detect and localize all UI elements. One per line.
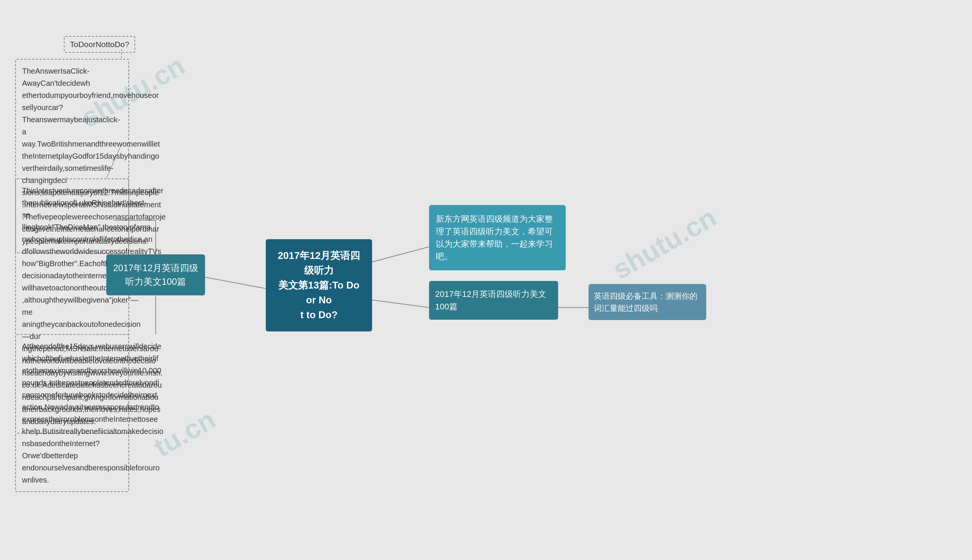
watermark-2: shutu.cn [607, 201, 722, 285]
center-node-line3: t to Do? [300, 309, 338, 320]
svg-line-0 [205, 277, 266, 288]
top-title-text: ToDoorNottoDo? [70, 40, 129, 48]
far-right-node-text: 英语四级必备工具：测测你的词汇量能过四级吗 [594, 292, 697, 312]
left-main-node-text: 2017年12月英语四级听力美文100篇 [113, 263, 198, 287]
svg-line-2 [372, 300, 429, 308]
far-right-node[interactable]: 英语四级必备工具：测测你的词汇量能过四级吗 [589, 284, 706, 320]
right-top-node[interactable]: 新东方网英语四级频道为大家整理了英语四级听力美文，希望可以为大家带来帮助，一起来… [429, 205, 566, 270]
center-node-line1: 2017年12月英语四级听力 [278, 250, 360, 276]
left-main-node[interactable]: 2017年12月英语四级听力美文100篇 [106, 254, 205, 295]
right-bottom-node-text: 2017年12月英语四级听力美文100篇 [435, 289, 546, 311]
dashed-node-3: Attheendofthe15days,webuserswilldecide w… [15, 334, 129, 492]
center-node[interactable]: 2017年12月英语四级听力 美文第13篇:To Do or No t to D… [266, 239, 372, 332]
center-node-line2: 美文第13篇:To Do or No [278, 280, 359, 306]
top-title-node: ToDoorNottoDo? [64, 36, 135, 53]
svg-line-1 [372, 247, 429, 262]
right-top-node-text: 新东方网英语四级频道为大家整理了英语四级听力美文，希望可以为大家带来帮助，一起来… [436, 214, 553, 261]
right-bottom-node[interactable]: 2017年12月英语四级听力美文100篇 [429, 281, 558, 320]
